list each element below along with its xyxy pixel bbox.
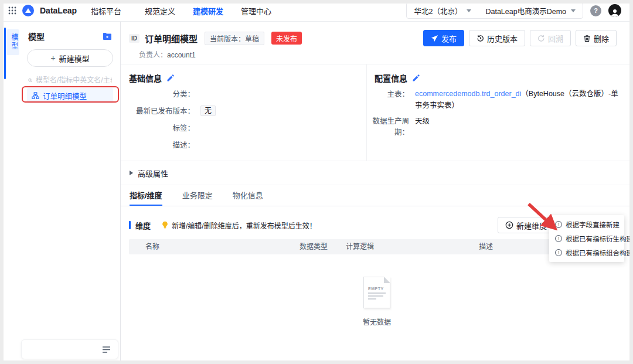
edit-icon[interactable]: [166, 74, 175, 82]
menu-item-derive-from-metric[interactable]: ! 根据已有指标衍生构建: [549, 232, 624, 246]
rollback-label: 回溯: [548, 33, 563, 44]
new-model-button[interactable]: + 新建模型: [27, 49, 113, 67]
region-select[interactable]: 华北2（北京）: [407, 5, 478, 16]
model-sidebar: 模型 + 新建模型: [20, 22, 121, 364]
config-info: 配置信息 主表： ecommercedemodb.trd_order_di（By…: [366, 64, 633, 161]
delete-label: 删除: [594, 33, 609, 44]
rail-active-indicator: [4, 28, 6, 79]
history-version-label: 历史版本: [487, 33, 518, 44]
publish-button[interactable]: 发布: [423, 30, 464, 46]
chevron-down-icon: [467, 9, 471, 12]
basic-row-description: 描述：: [129, 137, 366, 152]
new-model-label: 新建模型: [59, 53, 90, 64]
basic-row-tags: 标签：: [129, 120, 366, 135]
sidebar-item-label: 订单明细模型: [43, 90, 87, 101]
basic-info: 基础信息 分类： 最新已发布版本： 无 标签：: [121, 64, 366, 161]
cycle-value: 天级: [415, 113, 430, 126]
top-nav: 规范定义 建模研发 管理中心: [145, 5, 271, 16]
info-section: 基础信息 分类： 最新已发布版本： 无 标签：: [121, 64, 633, 161]
model-header: ID 订单明细模型 当前版本：草稿 未发布 发布 历史版本: [125, 29, 617, 47]
col-description: 描述: [479, 239, 493, 254]
dimension-tip: 新增/编辑/删除维度后，重新发布模型后生效！: [161, 220, 316, 230]
chevron-down-icon: [571, 9, 576, 12]
col-name: 名称: [145, 239, 159, 254]
list-icon[interactable]: [102, 346, 111, 353]
advanced-attributes-label: 高级属性: [138, 168, 168, 179]
product-name: DataLeap: [40, 6, 77, 15]
app-window: DataLeap 指标平台 规范定义 建模研发 管理中心 华北2（北京） Dat…: [0, 0, 633, 364]
config-row-main-table: 主表： ecommercedemodb.trd_order_di（ByteHou…: [367, 86, 624, 111]
new-metric-dropdown: ! 根据字段直接新建 ! 根据已有指标衍生构建 ! 根据已有指标组合构建: [549, 215, 624, 262]
topbar-selects: 华北2（北京） DataLeap电商演示Demo: [406, 2, 583, 19]
page-title: 订单明细模型: [145, 32, 198, 45]
collapse-caret-icon: [130, 171, 133, 175]
detail-tabs: 指标/维度 业务限定 物化信息: [121, 185, 633, 206]
help-icon[interactable]: ?: [590, 5, 601, 16]
new-dimension-button[interactable]: 新建维度: [498, 217, 554, 233]
region-select-value: 华北2（北京）: [414, 5, 462, 16]
delete-button[interactable]: 删除: [576, 30, 617, 46]
history-version-button[interactable]: 历史版本: [469, 30, 525, 46]
dimension-empty-state: EMPTY 暂无数据: [121, 254, 633, 348]
trash-icon: [583, 35, 591, 42]
metric-tip: 新增/编辑/删除指标后，重新发布模型后生效！: [161, 360, 316, 364]
section-bar: [129, 221, 131, 229]
sidebar-footer-card: [21, 339, 118, 359]
nav-admin-center[interactable]: 管理中心: [241, 5, 271, 16]
rail-tab-model[interactable]: 模型: [6, 29, 19, 55]
menu-item-combine-metrics[interactable]: ! 根据已有指标组合构建: [549, 246, 624, 260]
owner-label: 负责人：: [139, 51, 167, 59]
config-info-title: 配置信息: [375, 72, 407, 84]
id-badge: ID: [129, 34, 139, 43]
model-search: [28, 76, 112, 84]
none-badge: 无: [200, 106, 216, 116]
rollback-icon: [537, 35, 545, 42]
info-circle-icon: !: [555, 249, 562, 256]
dataleap-logo-icon: [22, 5, 34, 16]
rollback-button[interactable]: 回溯: [530, 30, 571, 46]
send-icon: [431, 35, 438, 42]
search-input[interactable]: [36, 76, 112, 84]
nav-model-dev[interactable]: 建模研发: [193, 5, 223, 16]
metric-section-header: 指标 新增/编辑/删除指标后，重新发布模型后生效！: [129, 356, 624, 364]
tab-materialization[interactable]: 物化信息: [233, 185, 263, 206]
basic-row-category: 分类：: [129, 86, 366, 101]
nav-spec-definition[interactable]: 规范定义: [145, 5, 175, 16]
plus-icon: +: [50, 54, 55, 62]
basic-row-latest-version: 最新已发布版本： 无: [129, 103, 366, 118]
left-rail: 模型: [0, 22, 20, 364]
topbar: DataLeap 指标平台 规范定义 建模研发 管理中心 华北2（北京） Dat…: [0, 0, 633, 22]
history-icon: [477, 35, 484, 42]
config-row-cycle: 数据生产周期： 天级: [367, 113, 624, 137]
sidebar-item-order-detail-model[interactable]: 订单明细模型: [27, 88, 113, 103]
dimension-title: 维度: [135, 220, 151, 231]
project-select-value: DataLeap电商演示Demo: [485, 5, 566, 16]
tab-business-limits[interactable]: 业务限定: [182, 185, 213, 206]
info-circle-icon: !: [555, 221, 562, 228]
metric-title: 指标: [135, 359, 151, 364]
plus-circle-icon: [505, 221, 513, 229]
sidebar-title: 模型: [28, 30, 45, 42]
menu-item-create-from-field[interactable]: ! 根据字段直接新建: [549, 217, 624, 232]
new-dimension-label: 新建维度: [516, 220, 547, 231]
info-circle-icon: !: [555, 235, 562, 242]
project-select[interactable]: DataLeap电商演示Demo: [478, 5, 583, 16]
model-tree-icon: [32, 92, 39, 100]
section-bar: [129, 360, 131, 364]
avatar[interactable]: [608, 4, 621, 17]
bulb-icon: [161, 360, 169, 364]
edit-icon[interactable]: [412, 74, 420, 82]
advanced-attributes-toggle[interactable]: 高级属性: [121, 161, 633, 185]
platform-name: 指标平台: [91, 5, 121, 16]
empty-doc-icon: EMPTY: [363, 277, 390, 308]
empty-label: 暂无数据: [363, 317, 391, 326]
main-table-link[interactable]: ecommercedemodb.trd_order_di: [415, 90, 521, 98]
main-panel: ID 订单明细模型 当前版本：草稿 未发布 发布 历史版本: [121, 22, 633, 364]
apps-grid-icon[interactable]: [8, 6, 16, 15]
bulb-icon: [161, 221, 169, 229]
col-calc-logic: 计算逻辑: [346, 239, 374, 254]
folder-icon[interactable]: [103, 32, 112, 40]
tab-metrics-dimensions[interactable]: 指标/维度: [130, 185, 162, 206]
publish-label: 发布: [441, 33, 457, 44]
version-badge: 当前版本：草稿: [205, 32, 264, 45]
